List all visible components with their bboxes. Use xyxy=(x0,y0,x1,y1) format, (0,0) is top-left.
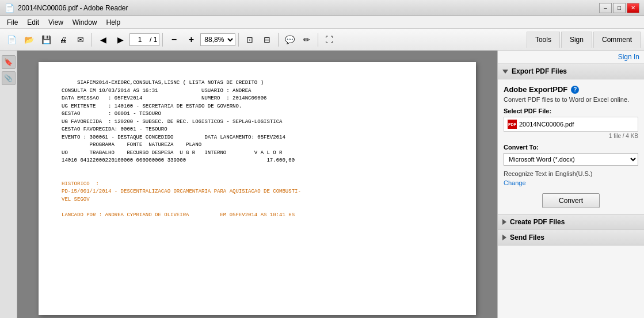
pdf-line-4: UG EMITENTE : 140100 - SECRETARIA DE EST… xyxy=(62,103,453,111)
convert-to-select[interactable]: Microsoft Word (*.docx) Microsoft Excel … xyxy=(504,153,638,166)
title-bar: 📄 20014NC00006.pdf - Adobe Reader – □ ✕ xyxy=(0,0,644,16)
sign-in-bar[interactable]: Sign In xyxy=(498,51,644,64)
fullscreen-button[interactable]: ⛶ xyxy=(321,32,337,48)
recognize-text: Recognize Text in English(U.S.) xyxy=(504,170,638,177)
pdf-line-11: 14010 04122000220100000 000000000 339000… xyxy=(62,157,453,165)
highlight-button[interactable]: ✏ xyxy=(299,32,315,48)
next-page-button[interactable]: ▶ xyxy=(112,32,128,48)
export-section: Export PDF Files Adobe ExportPDF ? Conve… xyxy=(498,64,644,214)
pdf-line-10: UO TRABALHO RECURSO DESPESA U G R INTERN… xyxy=(62,150,453,158)
separator-5 xyxy=(318,33,318,47)
separator-1 xyxy=(92,33,92,47)
tab-tools[interactable]: Tools xyxy=(527,32,560,48)
pdf-page: SIAFEM2014-EXEORC,CONSULTAS,LISNC ( LIST… xyxy=(39,62,476,315)
zoom-in-button[interactable]: + xyxy=(183,32,199,48)
toolbar: 📄 📂 💾 🖨 ✉ ◀ ▶ / 1 − + 88,8% 50% 75% 100%… xyxy=(0,29,644,51)
pdf-line-1: SIAFEM2014-EXEORC,CONSULTAS,LISNC ( LIST… xyxy=(62,79,453,87)
email-button[interactable]: ✉ xyxy=(73,32,89,48)
fit-width-button[interactable]: ⊟ xyxy=(259,32,275,48)
help-icon[interactable]: ? xyxy=(571,86,579,94)
export-collapse-icon xyxy=(502,70,508,74)
tab-comment[interactable]: Comment xyxy=(593,32,641,48)
export-subtitle: Convert PDF files to to Word or Excel on… xyxy=(504,96,638,103)
open-button[interactable]: 📂 xyxy=(21,32,37,48)
pdf-line-historico: HISTORICO : xyxy=(62,181,453,189)
pdf-file-icon: PDF xyxy=(508,120,517,129)
new-button[interactable]: 📄 xyxy=(3,32,20,48)
pdf-line-7: GESTAO FAVORECIDA: 00001 - TESOURO xyxy=(62,126,453,134)
create-section-label: Create PDF Files xyxy=(510,218,565,226)
menu-window[interactable]: Window xyxy=(68,17,102,28)
print-button[interactable]: 🖨 xyxy=(55,32,71,48)
menu-bar: File Edit View Window Help xyxy=(0,16,644,29)
attachments-icon[interactable]: 📎 xyxy=(2,71,16,85)
separator-4 xyxy=(278,33,279,47)
pdf-line-8: EVENTO : 300061 - DESTAQUE CONCEDIDO DAT… xyxy=(62,134,453,142)
right-panel: Sign In Export PDF Files Adobe ExportPDF… xyxy=(497,51,644,318)
export-section-body: Adobe ExportPDF ? Convert PDF files to t… xyxy=(498,79,644,214)
app-icon: 📄 xyxy=(5,3,14,13)
export-section-label: Export PDF Files xyxy=(512,67,567,75)
menu-file[interactable]: File xyxy=(2,17,22,28)
pdf-line-pd: PD-15/001/1/2014 - DESCENTRALIZACAO ORCA… xyxy=(62,188,453,196)
file-label: Select PDF File: xyxy=(504,108,638,114)
create-section: Create PDF Files xyxy=(498,214,644,230)
menu-help[interactable]: Help xyxy=(102,17,125,28)
zoom-out-button[interactable]: − xyxy=(166,32,182,48)
send-section: Send Files xyxy=(498,230,644,246)
pdf-line-6: UG FAVORECIDA : 120200 - SUBSEC. DE REC.… xyxy=(62,118,453,127)
minimize-button[interactable]: – xyxy=(599,3,612,13)
pdf-line-9: PROGRAMA FONTE NATUREZA PLANO xyxy=(62,141,453,150)
export-title: Adobe ExportPDF ? xyxy=(504,85,638,94)
bookmarks-icon[interactable]: 🔖 xyxy=(2,55,16,69)
change-link[interactable]: Change xyxy=(504,179,638,186)
convert-to-label: Convert To: xyxy=(504,144,638,151)
prev-page-button[interactable]: ◀ xyxy=(95,32,111,48)
save-button[interactable]: 💾 xyxy=(38,32,54,48)
create-section-header[interactable]: Create PDF Files xyxy=(498,214,644,229)
create-expand-icon xyxy=(502,219,506,225)
menu-edit[interactable]: Edit xyxy=(22,17,44,28)
page-input[interactable] xyxy=(132,36,148,44)
maximize-button[interactable]: □ xyxy=(613,3,626,13)
left-sidebar: 🔖 📎 xyxy=(0,51,17,318)
pdf-line-5: GESTAO : 00001 - TESOURO xyxy=(62,110,453,118)
menu-view[interactable]: View xyxy=(44,17,68,28)
send-section-label: Send Files xyxy=(510,233,544,242)
export-section-header[interactable]: Export PDF Files xyxy=(498,64,644,79)
main-layout: 🔖 📎 SIAFEM2014-EXEORC,CONSULTAS,LISNC ( … xyxy=(0,51,644,318)
file-item: PDF 20014NC00006.pdf xyxy=(504,117,638,132)
file-name: 20014NC00006.pdf xyxy=(519,121,574,128)
send-section-header[interactable]: Send Files xyxy=(498,230,644,245)
tab-sign[interactable]: Sign xyxy=(561,32,592,48)
close-button[interactable]: ✕ xyxy=(627,3,639,13)
page-control: / 1 xyxy=(129,33,159,46)
page-total: / 1 xyxy=(150,36,157,44)
pdf-line-2: CONSULTA EM 10/03/2014 AS 16:31 USUARIO … xyxy=(62,87,453,95)
pdf-line-3: DATA EMISSAO : 05FEV2014 NUMERO : 2014NC… xyxy=(62,95,453,103)
comment-button[interactable]: 💬 xyxy=(281,32,298,48)
separator-3 xyxy=(238,33,239,47)
convert-button[interactable]: Convert xyxy=(542,193,600,208)
window-title: 20014NC00006.pdf - Adobe Reader xyxy=(18,4,128,12)
pdf-line-vel: VEL SEGOV xyxy=(62,196,453,204)
fit-page-button[interactable]: ⊡ xyxy=(242,32,258,48)
file-size: 1 file / 4 KB xyxy=(504,133,638,139)
send-expand-icon xyxy=(502,235,506,240)
zoom-select[interactable]: 88,8% 50% 75% 100% 125% 150% xyxy=(200,33,235,46)
pdf-line-lancado: LANCADO POR : ANDREA CYPRIANO DE OLIVEIR… xyxy=(62,212,453,220)
pdf-area[interactable]: SIAFEM2014-EXEORC,CONSULTAS,LISNC ( LIST… xyxy=(17,51,497,318)
separator-2 xyxy=(162,33,163,47)
